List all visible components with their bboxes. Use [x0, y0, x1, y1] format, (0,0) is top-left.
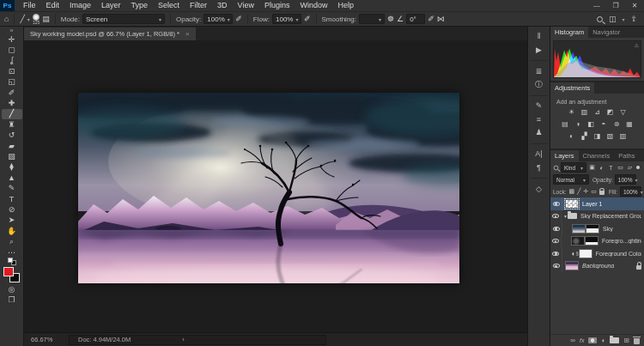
blur-tool[interactable]: ⧫: [2, 162, 22, 173]
warning-icon[interactable]: ⚠: [635, 42, 639, 48]
actions-panel-icon[interactable]: ▶: [536, 46, 542, 54]
chevron-down-icon[interactable]: ▾: [27, 16, 30, 22]
marquee-tool[interactable]: ▢: [2, 45, 22, 55]
share-icon[interactable]: ⇪: [630, 15, 637, 23]
group-expand-icon[interactable]: ▾: [564, 213, 567, 219]
tab-layers[interactable]: Layers: [550, 150, 579, 161]
new-group-icon[interactable]: [610, 337, 619, 343]
lock-transparency-icon[interactable]: ▩: [569, 188, 575, 195]
path-selection-tool[interactable]: ➤: [2, 215, 22, 226]
fill-select[interactable]: 100% ▾: [620, 186, 641, 197]
menu-image[interactable]: Image: [64, 0, 96, 11]
layer-mask-thumbnail[interactable]: [579, 249, 592, 258]
menu-window[interactable]: Window: [295, 0, 333, 11]
history-brush-tool[interactable]: ↺: [2, 131, 22, 141]
menu-edit[interactable]: Edit: [41, 0, 65, 11]
layer-thumbnail[interactable]: [565, 199, 579, 209]
menu-layer[interactable]: Layer: [96, 0, 126, 11]
filter-adjustment-layers-icon[interactable]: ◐: [598, 165, 605, 171]
layer-name[interactable]: Sky Replacement Group: [580, 213, 641, 219]
lock-all-icon[interactable]: [599, 191, 605, 195]
brushes-panel-icon[interactable]: ≡: [537, 116, 541, 124]
zoom-tool[interactable]: ⌕: [2, 236, 22, 246]
smoothing-gear-icon[interactable]: ☸: [387, 15, 394, 23]
filter-type-layers-icon[interactable]: T: [607, 165, 615, 171]
layer-row-sky[interactable]: Sky: [550, 222, 644, 235]
zoom-level-field[interactable]: 66.67%: [24, 336, 69, 343]
screen-mode-button[interactable]: ❐: [2, 295, 22, 306]
posterize-icon[interactable]: ▞: [580, 131, 589, 140]
brush-angle-input[interactable]: 0°: [406, 14, 425, 24]
layer-opacity-select[interactable]: 100% ▾: [615, 174, 636, 185]
layer-blend-mode-select[interactable]: Normal ▾: [553, 174, 589, 185]
healing-brush-tool[interactable]: ✚: [2, 98, 22, 108]
airbrush-pressure-icon[interactable]: ✐: [428, 15, 434, 23]
layer-thumbnail[interactable]: [565, 261, 579, 270]
opacity-select[interactable]: 100% ▾: [204, 14, 233, 24]
pasteboard[interactable]: [24, 40, 527, 332]
black-white-icon[interactable]: ◧: [586, 119, 596, 128]
filter-shape-layers-icon[interactable]: ▭: [617, 164, 624, 171]
curves-icon[interactable]: ⊿: [592, 107, 602, 116]
edit-toolbar-icon[interactable]: ⋯: [2, 247, 22, 258]
filter-smart-objects-icon[interactable]: ▱: [626, 164, 634, 171]
layer-row-background[interactable]: Background: [550, 260, 644, 273]
airbrush-icon[interactable]: ✐: [304, 15, 311, 23]
threshold-icon[interactable]: ◨: [592, 131, 602, 140]
visibility-toggle[interactable]: [550, 260, 562, 273]
layer-mask-thumbnail[interactable]: [585, 236, 598, 246]
color-balance-icon[interactable]: ◑: [574, 119, 583, 128]
layer-name[interactable]: Layer 1: [582, 201, 602, 207]
brush-tool[interactable]: ╱: [2, 109, 22, 119]
visibility-toggle[interactable]: [550, 197, 562, 210]
lock-artboard-icon[interactable]: ▭: [591, 188, 597, 195]
tab-adjustments[interactable]: Adjustments: [550, 82, 594, 94]
brush-tool-icon[interactable]: ╱: [20, 15, 24, 23]
search-icon[interactable]: [597, 16, 603, 22]
tab-paths[interactable]: Paths: [614, 150, 639, 161]
link-layers-icon[interactable]: ∞: [570, 337, 575, 344]
menu-view[interactable]: View: [233, 0, 259, 11]
pen-tool[interactable]: ✎: [2, 183, 22, 193]
filter-pixel-layers-icon[interactable]: ▣: [588, 164, 596, 171]
menu-filter[interactable]: Filter: [185, 0, 212, 11]
dodge-tool[interactable]: ▲: [2, 173, 22, 183]
brush-preset-picker[interactable]: 125: [33, 14, 39, 25]
lock-position-icon[interactable]: ✛: [583, 188, 588, 195]
paragraph-panel-icon[interactable]: ¶: [537, 164, 541, 172]
delete-layer-icon[interactable]: [634, 338, 640, 344]
hue-saturation-icon[interactable]: ▤: [561, 119, 570, 128]
minimize-button[interactable]: —: [587, 0, 606, 11]
menu-plugins[interactable]: Plugins: [259, 0, 295, 11]
tab-navigator[interactable]: Navigator: [588, 27, 624, 38]
layer-name[interactable]: Background: [582, 263, 614, 269]
layer-row-group[interactable]: ▾ Sky Replacement Group: [550, 210, 644, 223]
layer-row-layer1[interactable]: Layer 1: [550, 197, 644, 210]
lock-image-icon[interactable]: ╱: [577, 188, 580, 195]
lasso-tool[interactable]: ʆ: [2, 56, 22, 66]
visibility-toggle[interactable]: [550, 235, 562, 248]
invert-icon[interactable]: ◐: [567, 131, 576, 140]
close-button[interactable]: ✕: [625, 0, 644, 11]
new-layer-icon[interactable]: ⊞: [623, 337, 629, 344]
smoothing-select[interactable]: ▾: [359, 14, 385, 24]
document-tab[interactable]: Sky working model.psd @ 66.7% (Layer 1, …: [24, 27, 196, 40]
brush-panel-toggle-icon[interactable]: ▤: [42, 15, 50, 23]
properties-panel-icon[interactable]: ≣: [536, 68, 543, 76]
menu-help[interactable]: Help: [333, 0, 360, 11]
channel-mixer-icon[interactable]: ⊛: [612, 119, 622, 128]
brightness-contrast-icon[interactable]: ☀: [567, 107, 576, 116]
levels-icon[interactable]: ▥: [580, 107, 589, 116]
color-swatches[interactable]: [3, 267, 21, 282]
document-info-field[interactable]: Doc: 4.94M/24.0M ›: [69, 335, 326, 345]
layer-row-foreground-color[interactable]: ◐ § Foreground Color: [550, 247, 644, 260]
layer-thumbnail[interactable]: [571, 236, 585, 246]
hand-tool[interactable]: ✋: [2, 226, 22, 236]
character-panel-icon[interactable]: A|: [535, 150, 542, 158]
layer-thumbnail[interactable]: [572, 224, 586, 234]
workspace-switcher-icon[interactable]: ◫: [609, 15, 617, 23]
vibrance-icon[interactable]: ▽: [618, 107, 628, 116]
menu-file[interactable]: File: [18, 0, 41, 11]
menu-3d[interactable]: 3D: [212, 0, 233, 11]
gradient-tool[interactable]: ▨: [2, 151, 22, 161]
